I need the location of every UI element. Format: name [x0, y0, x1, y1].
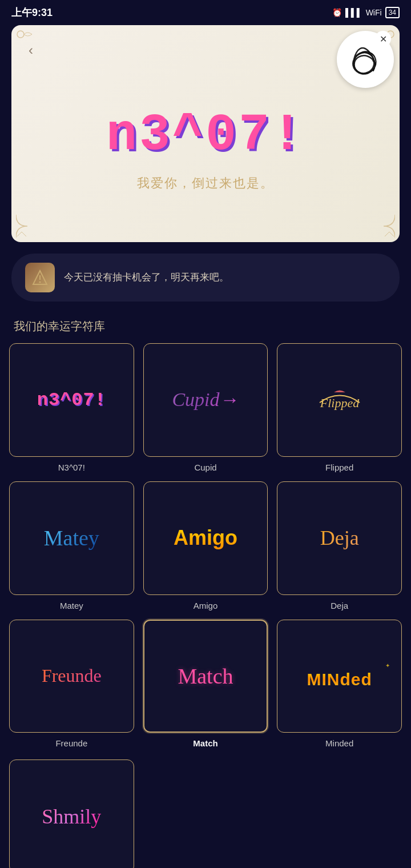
- back-button[interactable]: ‹: [29, 42, 33, 58]
- font-preview-match: Match: [178, 664, 233, 689]
- notice-icon: [25, 263, 55, 292]
- font-item-shmily[interactable]: Shmily Shmily: [9, 760, 134, 868]
- svg-point-0: [17, 31, 24, 38]
- font-preview-n307: n3^07!: [37, 389, 106, 411]
- corner-tl-deco: [16, 30, 39, 53]
- card-subtitle: 我爱你，倒过来也是。: [137, 175, 274, 192]
- font-preview-shmily: Shmily: [42, 805, 101, 829]
- font-item-deja[interactable]: Deja Deja: [277, 481, 402, 610]
- status-bar: 上午9:31 ⏰ ▌▌▌ WiFi 34: [0, 0, 411, 25]
- font-item-flipped[interactable]: Flipped Flipped: [277, 343, 402, 472]
- signal-icon: ▌▌▌: [345, 8, 362, 17]
- notice-bar: 今天已没有抽卡机会了，明天再来吧。: [11, 254, 400, 302]
- font-card-matey[interactable]: Matey: [9, 481, 134, 595]
- font-card-amigo[interactable]: Amigo: [143, 481, 268, 595]
- font-label-match: Match: [193, 738, 217, 748]
- svg-text:Flipped: Flipped: [319, 396, 359, 410]
- flipped-svg: Flipped: [314, 385, 365, 414]
- font-preview-matey: Matey: [44, 525, 99, 550]
- main-card: ‹ ✕ n3^07! 我爱你，倒过来也是。: [11, 25, 400, 242]
- battery-icon: 34: [385, 7, 400, 18]
- font-preview-freunde: Freunde: [42, 665, 102, 686]
- font-card-deja[interactable]: Deja: [277, 481, 402, 595]
- font-item-matey[interactable]: Matey Matey: [9, 481, 134, 610]
- font-item-freunde[interactable]: Freunde Freunde: [9, 620, 134, 749]
- corner-br-deco: [372, 215, 395, 238]
- font-item-cupid[interactable]: Cupid→ Cupid: [143, 343, 268, 472]
- font-card-minded[interactable]: ✦ MINded: [277, 620, 402, 733]
- font-item-amigo[interactable]: Amigo Amigo: [143, 481, 268, 610]
- font-label-flipped: Flipped: [325, 463, 353, 472]
- font-label-cupid: Cupid: [194, 463, 216, 472]
- status-icons: ⏰ ▌▌▌ WiFi 34: [332, 7, 400, 18]
- font-label-n307: N3^07!: [58, 463, 85, 472]
- section-title: 我们的幸运字符库: [0, 313, 411, 343]
- font-label-minded: Minded: [325, 738, 353, 748]
- font-label-amigo: Amigo: [194, 601, 218, 610]
- font-label-freunde: Freunde: [55, 738, 87, 748]
- font-card-cupid[interactable]: Cupid→: [143, 343, 268, 457]
- notice-text: 今天已没有抽卡机会了，明天再来吧。: [64, 271, 229, 284]
- font-card-freunde[interactable]: Freunde: [9, 620, 134, 733]
- font-label-matey: Matey: [60, 601, 83, 610]
- alarm-icon: ⏰: [332, 8, 342, 17]
- font-item-n307[interactable]: n3^07! N3^07!: [9, 343, 134, 472]
- close-button[interactable]: ✕: [375, 31, 391, 47]
- svg-point-4: [39, 282, 41, 283]
- font-card-match[interactable]: Match: [143, 620, 268, 733]
- font-preview-minded: MINded: [307, 670, 372, 689]
- font-item-match[interactable]: Match Match: [143, 620, 268, 749]
- font-label-deja: Deja: [331, 601, 348, 610]
- font-item-minded[interactable]: ✦ MINded Minded: [277, 620, 402, 749]
- status-time: 上午9:31: [11, 6, 53, 19]
- font-card-flipped[interactable]: Flipped: [277, 343, 402, 457]
- corner-bl-deco: [16, 215, 39, 238]
- font-card-n307[interactable]: n3^07!: [9, 343, 134, 457]
- card-logo-text: n3^07!: [106, 110, 305, 161]
- wifi-icon: WiFi: [366, 8, 382, 17]
- font-preview-cupid: Cupid→: [172, 389, 239, 411]
- font-preview-amigo: Amigo: [174, 526, 237, 550]
- font-card-shmily[interactable]: Shmily: [9, 760, 134, 868]
- font-grid: n3^07! N3^07! Cupid→ Cupid Flipped Flipp…: [0, 343, 411, 748]
- font-preview-deja: Deja: [320, 526, 359, 550]
